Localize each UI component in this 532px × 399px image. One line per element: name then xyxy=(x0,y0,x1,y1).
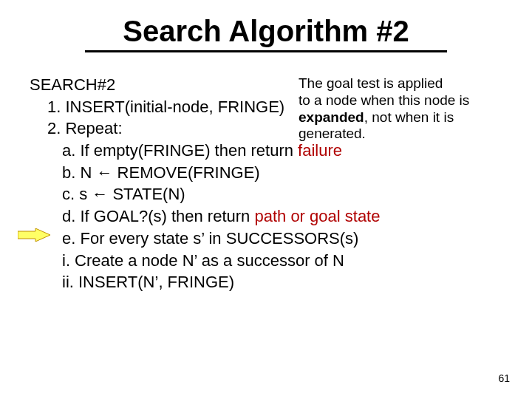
title-underline xyxy=(85,50,447,52)
path-word: path or goal state xyxy=(254,207,380,225)
page-number: 61 xyxy=(498,372,510,384)
callout-line3-rest: , not when it is xyxy=(364,109,454,125)
step-2e-ii: ii. INSERT(N’, FRINGE) xyxy=(62,271,502,293)
arrow-icon xyxy=(18,228,50,245)
callout-line2: to a node when this node is xyxy=(299,92,469,108)
callout-line1: The goal test is applied xyxy=(299,75,443,91)
step-2e: e. For every state s’ in SUCCESSORS(s) xyxy=(62,228,502,250)
callout-line4: generated. xyxy=(299,126,366,141)
svg-marker-0 xyxy=(18,228,50,242)
slide-title: Search Algorithm #2 xyxy=(0,15,532,48)
step-2a-text: a. If empty(FRINGE) then return xyxy=(62,141,298,160)
step-2d: d. If GOAL?(s) then return path or goal … xyxy=(62,205,502,228)
step-2b: b. N ← REMOVE(FRINGE) xyxy=(62,162,502,184)
step-2e-i: i. Create a node N’ as a successor of N xyxy=(62,250,502,272)
step-2c: c. s ← STATE(N) xyxy=(62,183,502,205)
callout-box: The goal test is applied to a node when … xyxy=(296,74,516,144)
callout-expanded: expanded xyxy=(299,109,364,125)
step-2d-text: d. If GOAL?(s) then return xyxy=(62,207,254,225)
